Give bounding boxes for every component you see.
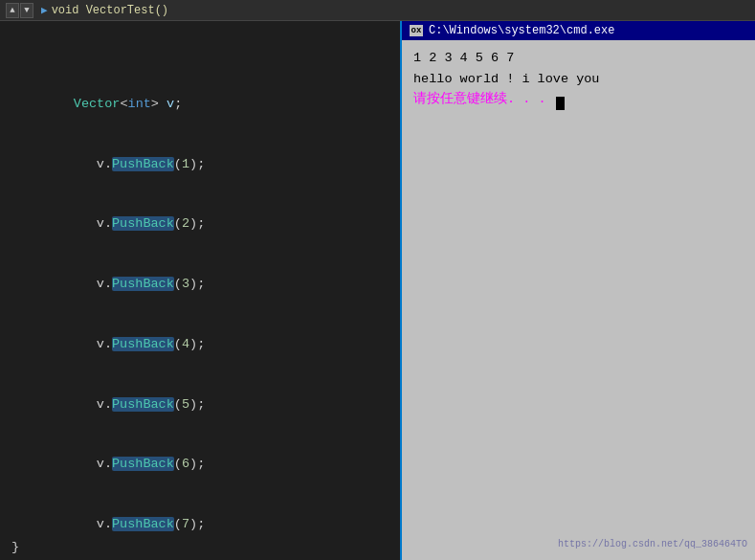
function-signature: void VectorTest() (52, 4, 168, 17)
cmd-icon: ox (410, 25, 423, 36)
code-line-3: v.PushBack(2); (11, 194, 389, 255)
main-area: Vector<int> v; v.PushBack(1); v.PushBack… (0, 21, 755, 560)
nav-arrows: ▲ ▼ (6, 3, 33, 18)
code-content: Vector<int> v; v.PushBack(1); v.PushBack… (0, 31, 400, 560)
code-line-4: v.PushBack(3); (11, 255, 389, 315)
nav-up-button[interactable]: ▲ (6, 3, 19, 18)
nav-down-button[interactable]: ▼ (20, 3, 33, 18)
cursor-block (556, 97, 565, 110)
code-line-blank1 (11, 34, 389, 55)
cmd-title: C:\Windows\system32\cmd.exe (429, 24, 614, 37)
code-line-5: v.PushBack(4); (11, 315, 389, 375)
cmd-watermark: https://blog.csdn.net/qq_386464TO (558, 537, 747, 552)
code-line-6: v.PushBack(5); (11, 375, 389, 436)
code-line-7: v.PushBack(6); (11, 435, 389, 495)
function-label: ▶ void VectorTest() (41, 4, 168, 17)
code-line-2: v.PushBack(1); (11, 135, 389, 195)
cmd-titlebar: ox C:\Windows\system32\cmd.exe (402, 21, 755, 40)
cmd-output-line-1: 1 2 3 4 5 6 7 (413, 48, 744, 69)
arrow-right-icon: ▶ (41, 4, 48, 16)
code-editor-panel: Vector<int> v; v.PushBack(1); v.PushBack… (0, 21, 402, 560)
cmd-panel: ox C:\Windows\system32\cmd.exe 1 2 3 4 5… (402, 21, 755, 560)
code-line-1: Vector<int> v; (11, 55, 389, 135)
cmd-output: 1 2 3 4 5 6 7 hello world ! i love you 请… (402, 40, 755, 560)
cmd-output-line-3: 请按任意键继续. . . (413, 89, 744, 110)
closing-brace: } (0, 538, 402, 560)
cmd-output-line-2: hello world ! i love you (413, 69, 744, 90)
toolbar: ▲ ▼ ▶ void VectorTest() (0, 0, 755, 21)
